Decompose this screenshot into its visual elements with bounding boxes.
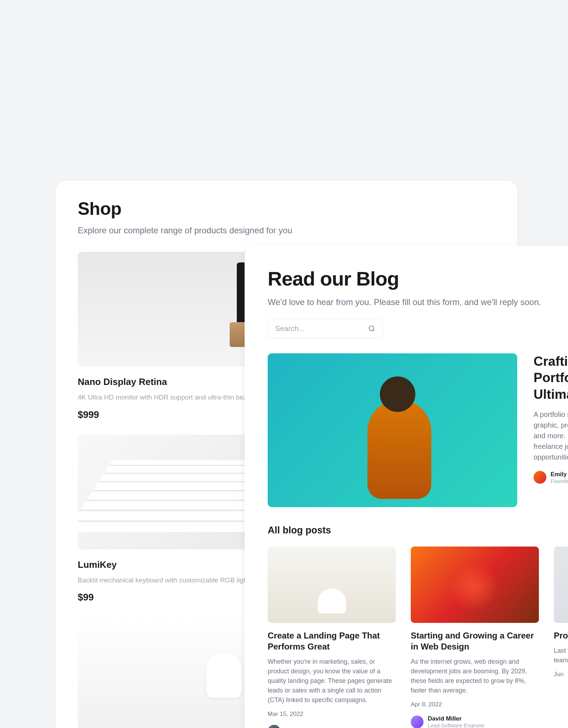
author-info: Emily Founder [551, 471, 568, 484]
post-date: Jun [554, 671, 568, 678]
featured-content: Crafting a Design Portfolio: The Ultimat… [534, 353, 568, 507]
blog-card: Read our Blog We'd love to hear from you… [245, 246, 568, 728]
author-role: Lead Software Engineer [428, 722, 485, 728]
post-description: Last week, two decades of tech and desig… [554, 646, 568, 665]
author-info: David Miller Lead Software Engineer [428, 715, 485, 728]
post-image [411, 547, 539, 623]
post-description: As the internet grows, web design and de… [411, 657, 539, 695]
blog-subtitle: We'd love to hear from you. Please fill … [268, 297, 568, 307]
all-posts-title: All blog posts [268, 525, 568, 536]
featured-description: A portfolio showcases work — in graphic,… [534, 409, 568, 462]
search-box[interactable] [268, 319, 383, 338]
featured-title: Crafting a Design Portfolio: The Ultimat… [534, 353, 568, 403]
author-row: Emily Founder [534, 471, 568, 484]
svg-point-0 [369, 326, 374, 331]
author-role: Founder [551, 478, 568, 484]
featured-post[interactable]: Crafting a Design Portfolio: The Ultimat… [268, 353, 568, 507]
posts-row: Create a Landing Page That Performs Grea… [268, 547, 568, 728]
author-name: Emily [551, 471, 568, 478]
post-item[interactable]: Starting and Growing a Career in Web Des… [411, 547, 539, 728]
author-name: David Miller [428, 715, 485, 722]
post-title: Create a Landing Page That Performs Grea… [268, 630, 396, 652]
avatar [534, 471, 546, 484]
post-date: Mar 15, 2022 [268, 711, 396, 718]
search-icon [368, 325, 375, 332]
post-date: Apr 8, 2022 [411, 701, 539, 708]
search-input[interactable] [275, 324, 368, 333]
shop-title: Shop [78, 199, 495, 219]
author-row: David Miller Lead Software Engineer [411, 715, 539, 728]
post-image [554, 547, 568, 623]
post-description: Whether you're in marketing, sales, or p… [268, 657, 396, 705]
post-item[interactable]: Prototyping Tools Last week, two decades… [554, 547, 568, 728]
post-title: Starting and Growing a Career in Web Des… [411, 630, 539, 652]
post-item[interactable]: Create a Landing Page That Performs Grea… [268, 547, 396, 728]
post-image [268, 547, 396, 623]
avatar [411, 716, 424, 728]
blog-title: Read our Blog [268, 267, 568, 290]
featured-image [268, 353, 517, 507]
avatar [268, 725, 280, 728]
shop-subtitle: Explore our complete range of products d… [78, 226, 495, 235]
svg-line-1 [373, 330, 375, 331]
author-row: Tom White [268, 725, 396, 728]
post-title: Prototyping Tools [554, 630, 568, 641]
